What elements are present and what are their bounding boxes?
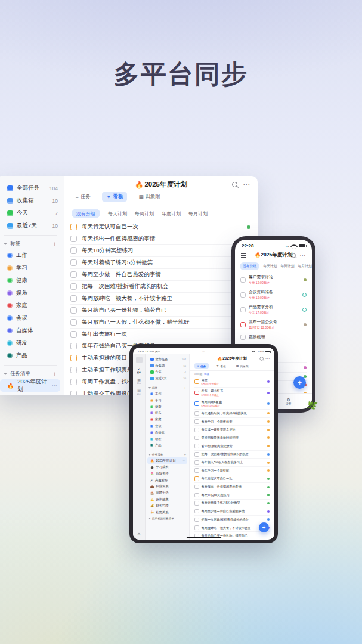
view-tab-看板[interactable]: ▼看板 [102, 192, 127, 202]
view-tab-看板[interactable]: ▼看板 [213, 363, 228, 369]
task-checkbox[interactable] [240, 307, 246, 312]
task-checkbox[interactable] [240, 292, 246, 298]
task-checkbox[interactable] [70, 391, 77, 395]
tag-item-自媒体[interactable]: 自媒体 [0, 324, 64, 337]
filter-pill-每天计划[interactable]: 每天计划 [263, 264, 277, 269]
filter-pill-每月计划[interactable]: 每月计划 [298, 264, 312, 269]
task-checkbox[interactable] [194, 460, 199, 465]
task-checkbox[interactable] [70, 247, 77, 254]
task-row[interactable]: 每天通勤时间，听实操&科技快讯 [194, 410, 270, 418]
tag-item-研发[interactable]: 研发 [146, 436, 189, 442]
sidebar-item-全部任务[interactable]: 全部任务104 [146, 356, 189, 363]
sidebar-item-收集箱[interactable]: 收集箱10 [0, 194, 64, 207]
rail-item-任务[interactable]: ✓任务 [137, 367, 141, 374]
view-tab-任务[interactable]: ≡任务 [72, 192, 95, 202]
task-checkbox[interactable] [194, 444, 199, 448]
filter-pill-没有分组[interactable]: 没有分组 [72, 209, 100, 218]
avatar[interactable] [136, 357, 143, 363]
task-checkbox[interactable] [194, 493, 199, 498]
task-row[interactable]: 把每一次困难/挫折看作成长的机会 [194, 451, 270, 459]
task-row[interactable]: 每天10分钟冥想练习 [194, 491, 270, 500]
add-tag-button[interactable]: + [184, 386, 186, 389]
tag-item-工作[interactable]: 工作 [146, 391, 189, 397]
list-item-自我关怀[interactable]: 🌷自我关怀 [147, 470, 187, 477]
task-checkbox[interactable] [194, 518, 199, 522]
view-tab-四象限[interactable]: ▦四象限 [134, 192, 165, 202]
task-checkbox[interactable] [240, 322, 246, 327]
task-checkbox[interactable] [194, 476, 199, 481]
list-item-身体健康[interactable]: 💪身体健康 [147, 496, 187, 503]
task-row[interactable]: 每天10分钟冥想练习 [70, 245, 250, 257]
rail-item-统计[interactable]: ▤统计 [137, 389, 141, 395]
task-checkbox[interactable] [194, 379, 199, 384]
task-row[interactable]: 会议资料准备今天 12:00截止 [240, 287, 307, 302]
desktop-tags-header[interactable]: 标签 + [0, 239, 64, 249]
task-row[interactable]: 每月给自己买一份礼物，犒劳自己 [194, 532, 270, 540]
task-checkbox[interactable] [194, 501, 199, 506]
task-row[interactable]: 把每一次困难/挫折看作成长的机会 [194, 516, 270, 524]
list-item-兴趣爱好[interactable]: 🖌兴趣爱好 [147, 477, 187, 484]
hide-expired-link[interactable]: 隐藏 [204, 373, 209, 376]
task-row[interactable]: 日会6月5日 今天截止 [194, 376, 270, 388]
task-checkbox[interactable] [70, 343, 77, 349]
task-checkbox[interactable] [70, 319, 77, 326]
task-row[interactable]: 客户需求讨论今天 12:00截止 [240, 273, 307, 287]
tag-item-家庭[interactable]: 家庭 [0, 299, 64, 312]
task-row[interactable]: 每年投入5%收入在自我学习上 [194, 459, 270, 467]
task-checkbox[interactable] [194, 525, 199, 530]
add-task-fab[interactable]: + [293, 376, 306, 389]
task-row[interactable]: 每天对着镜子练习5分钟微笑 [70, 257, 250, 269]
task-row[interactable]: 每周放肆吃一顿大餐，不计较卡路里 [70, 293, 250, 305]
search-icon[interactable] [292, 253, 296, 257]
view-tab-任务[interactable]: ≡任务 [194, 363, 209, 369]
task-checkbox[interactable] [240, 335, 246, 340]
sidebar-item-最近7天[interactable]: 最近7天10 [0, 219, 64, 232]
task-row[interactable]: 每天学习一个思维模型 [194, 418, 270, 426]
tablet-archived-header[interactable]: 已归档的任务清单 [146, 516, 189, 522]
task-row[interactable]: 每天肯定认可自己一次 [194, 475, 270, 484]
tablet-lists-header[interactable]: 任务清单 + [146, 451, 189, 457]
task-row[interactable]: 产品需求分析今天 17:00截止 [240, 302, 307, 317]
tag-item-会议[interactable]: 会议 [0, 312, 64, 324]
more-icon[interactable]: ··· [265, 357, 270, 360]
task-row[interactable]: 每天找出一件值得感恩的事情 [70, 233, 250, 245]
filter-pill-每月计划[interactable]: 每月计划 [188, 210, 208, 217]
list-item-社交关系[interactable]: 🍻社交关系 [147, 509, 187, 516]
task-checkbox[interactable] [70, 355, 77, 361]
list-item-2025年度计划[interactable]: 🔥2025年度计划⋯ [0, 379, 60, 392]
more-icon[interactable]: ··· [243, 182, 250, 188]
tag-item-会议[interactable]: 会议 [146, 423, 189, 429]
more-icon[interactable]: ⋯ [52, 383, 57, 388]
toolbar-item-设置[interactable]: ⚙设置 [286, 398, 291, 405]
task-checkbox[interactable] [194, 452, 199, 457]
task-checkbox[interactable] [194, 468, 199, 473]
filter-pill-每天计划[interactable]: 每天计划 [108, 210, 127, 217]
list-item-职业发展[interactable]: 💼职业发展 [147, 484, 187, 490]
task-row[interactable]: 愿景梳理 [240, 332, 307, 342]
task-row[interactable]: 每月给自己买一份礼物，犒劳自己 [70, 305, 250, 317]
task-row[interactable]: 每月放自己一天假，什么都不做，躺平就好 [70, 317, 250, 329]
task-checkbox[interactable] [70, 331, 77, 338]
task-checkbox[interactable] [70, 367, 77, 373]
add-task-fab[interactable]: + [259, 522, 269, 532]
sidebar-item-今天[interactable]: 今天2 [146, 369, 189, 376]
task-row[interactable]: 每周至少做一件自己热爱的事情 [70, 269, 250, 281]
list-item-财务管理[interactable]: 💰财务管理 [147, 503, 187, 509]
add-tag-button[interactable]: + [53, 240, 57, 247]
list-item-2025年度计划[interactable]: 🔥2025年度计划⋯ [147, 457, 187, 464]
task-row[interactable]: 每天肯定认可自己一次 [70, 221, 250, 233]
search-icon[interactable] [232, 182, 237, 187]
task-checkbox[interactable] [194, 428, 199, 432]
tag-item-产品[interactable]: 产品 [146, 442, 189, 449]
task-checkbox[interactable] [194, 419, 199, 424]
more-icon[interactable]: ⋯ [183, 459, 186, 462]
task-checkbox[interactable] [70, 379, 77, 385]
filter-pill-没有分组[interactable]: 没有分组 [240, 262, 259, 270]
add-list-button[interactable]: + [53, 370, 57, 377]
task-row[interactable]: 每年出去旅行一次 [70, 329, 250, 340]
gear-icon[interactable]: ⚙ [137, 532, 140, 536]
tag-item-研发[interactable]: 研发 [0, 337, 64, 349]
task-checkbox[interactable] [70, 236, 77, 242]
task-checkbox[interactable] [194, 411, 199, 416]
task-checkbox[interactable] [240, 277, 246, 283]
